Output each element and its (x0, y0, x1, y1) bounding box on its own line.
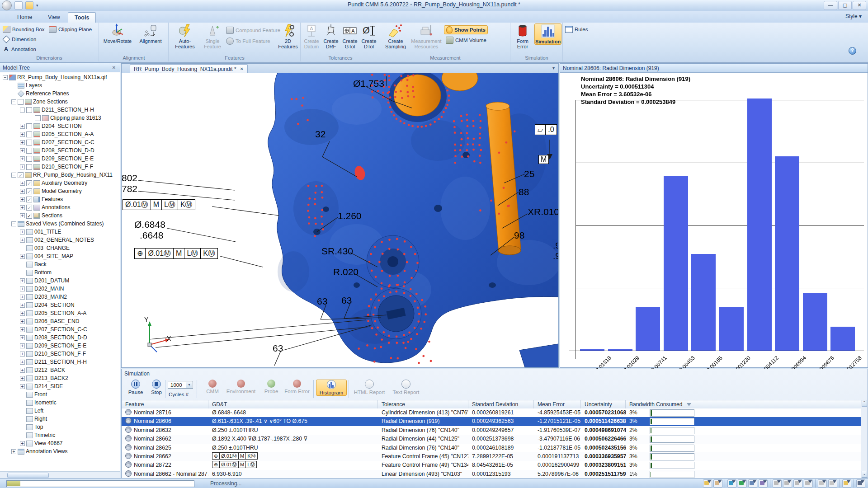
cone-filter-icon[interactable] (783, 479, 792, 488)
auto-features-button[interactable]: Auto-Features (170, 23, 200, 49)
3d-viewport[interactable]: Ø1.75332802782Ø.6848.66481.260SR.430R.02… (122, 73, 558, 367)
table-column-header[interactable]: Feature (122, 400, 208, 409)
tree-item[interactable]: +D204_SECTION (0, 301, 120, 309)
tree-expander-icon[interactable]: + (20, 286, 25, 291)
tree-expander-icon[interactable]: + (20, 124, 25, 129)
tree-item[interactable]: +D211_SECTION_H-H (0, 358, 120, 366)
tree-item[interactable]: Back (0, 260, 120, 268)
tree-item[interactable]: +View 40667 (0, 439, 120, 447)
tree-expander-icon[interactable]: + (20, 148, 25, 153)
tree-checkbox[interactable]: ✓ (26, 188, 32, 194)
rules-button[interactable]: Rules (565, 25, 588, 33)
tree-item[interactable]: +D205_SECTION_A-A (0, 309, 120, 317)
single-feature-button[interactable]: Single Feature (201, 23, 224, 49)
vector-filter-icon[interactable] (759, 479, 768, 488)
tree-expander-icon[interactable]: + (20, 295, 25, 300)
tree-item[interactable]: Isometric (0, 399, 120, 407)
tree-item[interactable]: +✓Model Geometry (0, 187, 120, 195)
dimension-button[interactable]: Dimension (3, 35, 36, 43)
tree-item[interactable]: +004_SITE_MAP (0, 252, 120, 260)
tree-item[interactable]: +D212_BACK (0, 366, 120, 374)
tree-expander-icon[interactable]: − (11, 173, 16, 178)
tree-item[interactable]: Top (0, 423, 120, 431)
tree-item[interactable]: −✓RR_Pump_Body_Housing_NX11 (0, 171, 120, 179)
tree-expander-icon[interactable]: − (11, 99, 16, 104)
table-column-header[interactable]: Standard Deviation (468, 400, 534, 409)
tree-checkbox[interactable]: ✓ (26, 197, 32, 202)
table-column-header[interactable]: Mean Error (534, 400, 581, 409)
tree-checkbox[interactable]: ✓ (26, 213, 32, 219)
tree-expander-icon[interactable]: + (20, 205, 25, 210)
tab-tools[interactable]: Tools (68, 12, 96, 23)
tree-item[interactable]: +D208_SECTION_D-D (0, 146, 120, 155)
tree-expander-icon[interactable]: + (20, 360, 25, 365)
tree-expander-icon[interactable]: + (20, 213, 25, 218)
tree-item[interactable]: −RR_Pump_Body_Housing_NX11a.qif (0, 73, 120, 81)
tree-item[interactable]: +002_GENERAL_NOTES (0, 236, 120, 244)
show-points-button[interactable]: Show Points (444, 25, 488, 34)
surface-filter-icon[interactable] (727, 479, 736, 488)
line-filter-icon[interactable] (793, 479, 802, 488)
tree-item[interactable]: +D207_SECTION_C-C (0, 138, 120, 146)
tree-expander-icon[interactable]: − (20, 108, 25, 113)
table-column-header[interactable]: GD&T (208, 400, 378, 409)
tree-expander-icon[interactable]: + (20, 140, 25, 145)
tree-expander-icon[interactable]: + (20, 343, 25, 348)
move-rotate-button[interactable]: Move/Rotate (101, 23, 134, 44)
tree-item[interactable]: +D210_SECTION_F-F (0, 163, 120, 171)
stop-button[interactable]: Stop (143, 380, 170, 395)
tree-item[interactable]: +D203_MAIN2 (0, 293, 120, 301)
folder-filter-icon[interactable] (703, 479, 712, 488)
tree-checkbox[interactable] (18, 99, 24, 105)
probe-button[interactable]: Probe (258, 380, 284, 394)
tree-expander-icon[interactable]: + (20, 352, 25, 357)
table-row[interactable]: Nominal 28606Ø.611-.631X .39-.41 ⊽ ∨60° … (122, 417, 861, 426)
alignment-button[interactable]: Alignment (136, 23, 165, 44)
point-filter-icon[interactable] (748, 479, 757, 488)
tree-item[interactable]: Trimetric (0, 431, 120, 439)
tab-close-icon[interactable]: ✕ (240, 65, 244, 73)
tree-expander-icon[interactable]: + (20, 278, 25, 283)
cmm-button[interactable]: CMM (199, 380, 226, 394)
tree-checkbox[interactable] (26, 140, 32, 145)
tree-expander-icon[interactable]: + (20, 368, 25, 373)
tree-expander-icon[interactable]: + (20, 181, 25, 186)
create-datum-button[interactable]: A Create Datum (302, 23, 321, 49)
table-row[interactable]: Nominal 28632Ø.250 ±.010THRURadial Dimen… (122, 426, 861, 435)
document-tab[interactable]: RR_Pump_Body_Housing_NX11a.pundit * ✕ (130, 64, 248, 73)
tree-item[interactable]: −Zone Sections (0, 98, 120, 106)
create-gtol-button[interactable]: A Create GTol (341, 23, 359, 49)
tree-expander-icon[interactable]: + (20, 311, 25, 316)
tree-expander-icon[interactable]: + (20, 384, 25, 389)
tree-expander-icon[interactable]: + (20, 335, 25, 340)
tree-expander-icon[interactable]: + (20, 230, 25, 235)
tree-item[interactable]: +D207_SECTION_C-C (0, 325, 120, 333)
tree-item[interactable]: Reference Planes (0, 89, 120, 98)
tree-expander-icon[interactable]: − (11, 221, 16, 226)
tree-item[interactable]: −Saved Views (Combined States) (0, 220, 120, 228)
table-column-header[interactable]: Bandwidth Consumed (626, 400, 862, 409)
tree-item[interactable]: +Annotation Views (0, 447, 120, 455)
tree-item[interactable]: +✓Auxiliary Geometry (0, 179, 120, 187)
text-report-button[interactable]: Text Report (389, 380, 423, 395)
plane-filter-icon[interactable] (773, 479, 782, 488)
form-error-button[interactable]: Form Error (512, 23, 533, 49)
scatter-filter-icon[interactable] (818, 479, 827, 488)
tree-checkbox[interactable]: ✓ (18, 172, 24, 178)
clipping-plane-button[interactable]: Clipping Plane (49, 25, 92, 33)
table-row[interactable]: Nominal 28662Ø.1892 X.400 ⊽Ø.1787-.1987X… (122, 435, 861, 444)
curve-filter-icon[interactable] (738, 479, 747, 488)
help-icon[interactable]: ? (849, 47, 856, 55)
tree-checkbox[interactable] (26, 107, 32, 113)
tree-expander-icon[interactable]: + (20, 254, 25, 259)
tree-checkbox[interactable] (26, 131, 32, 137)
tree-checkbox[interactable]: ✓ (26, 180, 32, 186)
tab-home[interactable]: Home (11, 12, 38, 22)
tree-item[interactable]: +D204_SECTION (0, 122, 120, 130)
tree-expander-icon[interactable]: + (20, 303, 25, 308)
filter-funnel-icon[interactable] (687, 403, 691, 406)
tree-checkbox[interactable] (26, 156, 32, 162)
tree-item[interactable]: −D211_SECTION_H-H (0, 106, 120, 114)
table-row[interactable]: Nominal 28722⊕Ø.01ⓂMLⓂFeature Control Fr… (122, 461, 861, 470)
simulation-button[interactable]: Simulation (534, 23, 561, 45)
